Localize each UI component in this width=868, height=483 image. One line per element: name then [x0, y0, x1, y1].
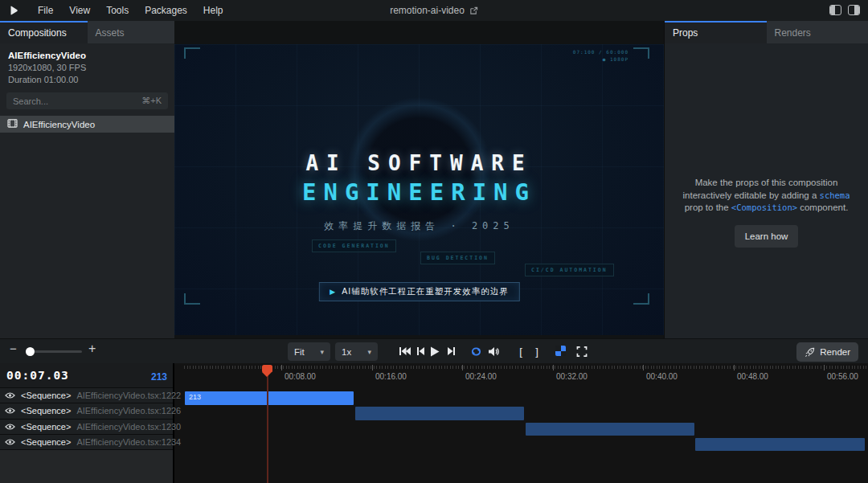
search-input[interactable]: [13, 96, 141, 106]
visibility-eye-icon[interactable]: [5, 406, 15, 415]
sequence-bar[interactable]: [526, 423, 694, 436]
next-frame-button[interactable]: [443, 343, 459, 359]
composition-resolution: 1920x1080, 30 FPS: [8, 63, 166, 72]
sequence-rows: <Sequence>AIEfficiencyVideo.tsx:1222<Seq…: [0, 388, 173, 450]
ruler-tick: [372, 365, 373, 370]
sequence-tag: <Sequence>: [21, 422, 71, 432]
ruler-label: 00:08.00: [285, 372, 316, 381]
message-text: component.: [797, 203, 848, 212]
playback-toolbar: − + Fit ▾ 1x ▾ [ ] Render: [0, 338, 868, 363]
banner-text: AI辅助软件工程正在重塑开发效率的边界: [342, 286, 508, 297]
hud-readout: 07:100 / 60:000 ● 1080P: [573, 48, 628, 63]
menu-item-tools[interactable]: Tools: [98, 0, 137, 21]
chevron-down-icon: ▾: [320, 348, 324, 356]
ruler-label: 00:40.00: [646, 372, 678, 381]
composition-link[interactable]: <Composition>: [731, 203, 797, 212]
volume-button[interactable]: [485, 343, 502, 359]
timeline-header: 00:07.03 213: [0, 363, 173, 388]
sequence-tag: <Sequence>: [21, 437, 71, 447]
previous-frame-button[interactable]: [412, 343, 428, 359]
external-link-icon[interactable]: [469, 6, 478, 15]
zoom-in-button[interactable]: +: [88, 342, 96, 356]
timeline-track-list: 00:07.03 213 <Sequence>AIEfficiencyVideo…: [0, 363, 174, 483]
video-title: AI SOFTWARE ENGINEERING 效率提升数据报告 · 2025: [174, 151, 664, 233]
sequence-bar[interactable]: [355, 407, 524, 420]
sequence-bar[interactable]: 213: [185, 391, 354, 405]
ruler-label: 00:32.00: [556, 372, 588, 381]
timeline-track-row[interactable]: <Sequence>AIEfficiencyVideo.tsx:1234: [0, 435, 173, 450]
preview-area: 07:100 / 60:000 ● 1080P AI SOFTWARE ENGI…: [174, 21, 664, 338]
loop-button[interactable]: [468, 343, 484, 359]
timeline-track-row[interactable]: <Sequence>AIEfficiencyVideo.tsx:1222: [0, 388, 173, 403]
skip-to-start-button[interactable]: [397, 343, 413, 359]
toggle-right-panel-icon[interactable]: [848, 5, 860, 15]
ruler-label: 00:24.00: [465, 372, 497, 381]
feature-chip: CI/CD AUTOMATION: [525, 264, 614, 276]
speed-dropdown[interactable]: 1x ▾: [335, 342, 378, 361]
menu-item-view[interactable]: View: [61, 0, 98, 21]
ruler-ticks: [184, 366, 868, 369]
timeline-ruler[interactable]: 00:08.0000:16.0000:24.0000:32.0000:40.00…: [176, 363, 868, 388]
frame-corner-icon: [184, 47, 200, 59]
message-text: prop to the: [685, 203, 731, 212]
ruler-tick: [643, 365, 644, 370]
transparency-toggle-icon[interactable]: [555, 346, 566, 356]
left-sidebar: CompositionsAssets AIEfficiencyVideo 192…: [0, 21, 174, 338]
sequence-tag: <Sequence>: [21, 391, 71, 400]
playhead-line: [267, 371, 268, 483]
menu-bar: FileViewToolsPackagesHelp remotion-ai-vi…: [0, 0, 868, 21]
panel-tab-renders[interactable]: Renders: [767, 21, 868, 43]
video-canvas: 07:100 / 60:000 ● 1080P AI SOFTWARE ENGI…: [174, 44, 664, 335]
video-title-line1: AI SOFTWARE: [174, 151, 664, 175]
zoom-slider-knob[interactable]: [26, 347, 35, 356]
banner-play-icon: ▶: [330, 288, 335, 296]
menu-item-help[interactable]: Help: [195, 0, 231, 21]
sequence-bar-label: 213: [189, 393, 354, 401]
sequence-source: AIEfficiencyVideo.tsx:1226: [76, 406, 181, 415]
composition-name: AIEfficiencyVideo: [8, 51, 166, 60]
film-icon: [7, 119, 18, 129]
menu-item-file[interactable]: File: [30, 0, 61, 21]
frame-corner-icon: [184, 293, 200, 305]
playhead-marker[interactable]: [262, 365, 272, 377]
ruler-label: 00:56.00: [827, 372, 858, 381]
learn-how-button[interactable]: Learn how: [735, 225, 799, 248]
in-point-button[interactable]: [: [513, 343, 529, 359]
composition-info: AIEfficiencyVideo 1920x1080, 30 FPS Dura…: [0, 43, 174, 84]
left-tabbar: CompositionsAssets: [0, 21, 174, 43]
ruler-tick: [281, 365, 282, 370]
fullscreen-button[interactable]: [574, 343, 590, 359]
timeline-track-row[interactable]: <Sequence>AIEfficiencyVideo.tsx:1226: [0, 403, 173, 419]
project-title-text: remotion-ai-video: [390, 5, 465, 16]
composition-list: AIEfficiencyVideo: [0, 116, 174, 133]
panel-tab-props[interactable]: Props: [665, 21, 767, 43]
composition-item-label: AIEfficiencyVideo: [23, 120, 95, 129]
video-banner: ▶ AI辅助软件工程正在重塑开发效率的边界: [318, 282, 519, 301]
render-label: Render: [820, 347, 850, 357]
timeline-track-row[interactable]: <Sequence>AIEfficiencyVideo.tsx:1230: [0, 420, 173, 435]
render-button[interactable]: Render: [796, 342, 858, 362]
play-button[interactable]: [427, 343, 443, 359]
composition-list-item[interactable]: AIEfficiencyVideo: [0, 116, 174, 133]
zoom-out-button[interactable]: −: [10, 342, 17, 355]
visibility-eye-icon[interactable]: [5, 437, 15, 447]
ruler-tick: [734, 365, 735, 370]
schema-link[interactable]: schema: [820, 190, 850, 200]
visibility-eye-icon[interactable]: [5, 391, 15, 400]
menu-item-packages[interactable]: Packages: [137, 0, 195, 21]
ruler-label: 00:48.00: [737, 372, 768, 381]
toggle-left-panel-icon[interactable]: [829, 5, 841, 15]
timeline: 00:07.03 213 <Sequence>AIEfficiencyVideo…: [0, 363, 868, 483]
visibility-eye-icon[interactable]: [5, 422, 15, 432]
chevron-down-icon: ▾: [367, 348, 371, 356]
search-box[interactable]: ⌘+K: [6, 92, 168, 109]
remotion-logo-icon[interactable]: [8, 5, 19, 16]
sidebar-tab-assets[interactable]: Assets: [88, 21, 175, 43]
sequence-bar[interactable]: [695, 438, 865, 452]
sidebar-tab-compositions[interactable]: Compositions: [0, 21, 88, 43]
props-empty-message: Make the props of this composition inter…: [674, 177, 858, 215]
out-point-button[interactable]: ]: [529, 343, 545, 359]
size-dropdown[interactable]: Fit ▾: [288, 342, 330, 361]
message-text: Make the props of this composition inter…: [683, 178, 838, 200]
size-value: Fit: [294, 347, 305, 357]
